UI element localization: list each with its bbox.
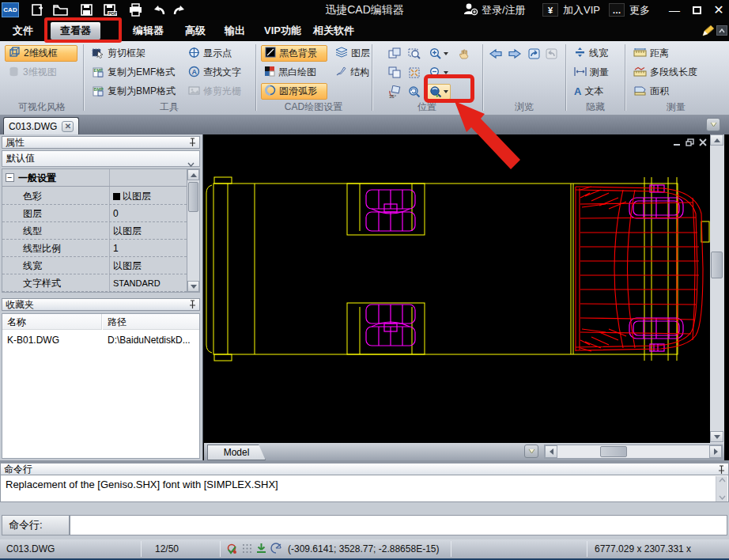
hide-measure-button[interactable]: 测量 [571,64,612,81]
menu-tab-output[interactable]: 输出 [215,22,255,40]
tab-close-icon[interactable]: ✕ [62,121,74,132]
black-white-drawing-button[interactable]: 黑白绘图 [261,64,327,81]
cad-drawing [204,134,710,443]
command-log[interactable]: Replacement of the [Geniso.SHX] font wit… [0,475,729,502]
property-row-lineweight[interactable]: 线宽 以图层 [2,257,187,274]
wireframe-2d-button[interactable]: 2维线框 [5,45,77,62]
property-row-color[interactable]: 色彩 以图层 [2,187,187,205]
rotate-view-icon[interactable]: 35° [386,84,403,100]
snap-icon[interactable] [255,543,267,557]
close-button[interactable]: ✕ [708,0,729,20]
favorite-item-path[interactable]: D:\BaiduNetdiskD... [103,333,199,347]
dropdown-caret[interactable] [444,52,448,55]
show-points-button[interactable]: 显示点 [185,45,235,62]
hide-lineweight-button[interactable]: 线宽 [571,45,611,62]
viewport-close-icon[interactable] [699,138,707,149]
layout-dropdown-button[interactable] [524,445,538,458]
zoom-out-icon[interactable] [427,65,451,81]
maximize-button[interactable] [686,0,707,20]
menu-tab-file[interactable]: 文件 [3,22,43,40]
document-tab[interactable]: C013.DWG ✕ [3,117,79,134]
view-undo-icon[interactable] [525,46,542,62]
property-row-layer[interactable]: 图层 0 [2,205,187,222]
osnap-icon[interactable] [226,543,239,558]
more-button[interactable]: … 更多 [609,0,650,20]
favorites-column-name[interactable]: 名称 [2,314,102,330]
zoom-extents-icon[interactable] [406,65,423,81]
tab-list-dropdown-button[interactable] [706,118,720,131]
zoom-window-icon[interactable] [406,46,423,62]
viewport-restore-icon[interactable] [686,138,694,149]
black-background-button[interactable]: 黑色背景 [261,45,327,62]
model-tab[interactable]: Model [207,445,266,460]
property-row-text-style[interactable]: 文字样式 STANDARD [2,274,187,292]
copy-as-emf-button[interactable]: EMF 复制为EMF格式 [89,64,178,81]
favorite-item-name[interactable]: K-B01.DWG [2,333,102,347]
viewport-minimize-icon[interactable] [673,138,681,149]
minimize-button[interactable]: — [664,0,685,20]
measure-distance-button[interactable]: 距离 [630,45,672,62]
zoom-previous-icon[interactable] [406,84,423,100]
menu-tab-vip[interactable]: VIP功能 [255,22,311,40]
pin-icon[interactable] [188,138,197,149]
pencil-icon[interactable] [701,24,715,40]
new-viewport-icon[interactable] [386,46,403,62]
preset-dropdown[interactable]: 默认值 [2,150,200,167]
join-vip-button[interactable]: ¥ 加入VIP [542,0,600,20]
scroll-thumb[interactable] [711,252,723,278]
forward-arrow-icon[interactable] [506,46,523,62]
hide-text-button[interactable]: A 文本 [571,83,606,100]
scroll-up-button[interactable] [187,169,199,180]
canvas-horizontal-scrollbar[interactable] [544,445,723,459]
clip-frame-button[interactable]: 剪切框架 [89,45,149,62]
property-row-linetype-scale[interactable]: 线型比例 1 [2,240,187,257]
back-arrow-icon[interactable] [487,46,504,62]
smooth-arc-button[interactable]: 圆滑弧形 [261,83,327,100]
find-text-button[interactable]: A 查找文字 [185,64,244,81]
menu-tab-related[interactable]: 相关软件 [304,22,364,40]
scroll-right-button[interactable] [709,445,722,458]
properties-scrollbar[interactable] [187,169,199,292]
ortho-icon[interactable] [270,543,282,557]
scroll-thumb[interactable] [600,446,627,457]
layers-button[interactable]: 图层 [332,45,373,62]
zoom-in-icon[interactable] [427,46,451,62]
dropdown-caret[interactable] [444,71,448,74]
group-label-cad-settings: CAD绘图设置 [257,101,370,112]
view-3d-button[interactable]: 3维视图 [5,64,77,81]
command-log-scrollbar[interactable] [716,476,727,501]
ribbon-collapse-button[interactable] [716,25,727,36]
trim-raster-button[interactable]: 修剪光栅 [185,83,244,100]
structure-button[interactable]: 结构 [332,64,372,81]
property-row-linetype[interactable]: 线型 以图层 [2,222,187,240]
favorites-column-path[interactable]: 路径 [103,314,199,330]
view-redo-icon[interactable] [542,46,560,62]
collapse-minus-icon[interactable]: − [6,173,14,182]
drawing-viewport[interactable] [204,134,710,443]
pin-icon[interactable] [188,300,197,312]
command-input[interactable] [70,515,727,535]
scroll-down-button[interactable] [710,431,723,442]
scroll-up-button[interactable] [710,134,723,146]
scroll-down-icon[interactable] [719,495,726,500]
scroll-left-button[interactable] [545,445,557,458]
property-group-row[interactable]: − 一般设置 [2,169,187,187]
dropdown-caret[interactable] [444,90,448,93]
menu-tab-advanced[interactable]: 高级 [176,22,215,40]
menu-tab-viewer[interactable]: 查看器 [51,22,100,40]
measure-polyline-button[interactable]: 多段线长度 [630,64,701,81]
document-tab-label: C013.DWG [9,121,57,132]
measure-area-button[interactable]: 面积 [630,83,672,100]
group-label-visual-style: 可视化风格 [2,101,82,112]
canvas-vertical-scrollbar[interactable] [710,134,724,443]
pan-icon[interactable] [455,46,473,62]
zoom-all-icon[interactable] [427,84,451,100]
copy-as-bmp-button[interactable]: BMP 复制为BMP格式 [89,83,179,100]
scroll-down-button[interactable] [187,281,199,292]
scroll-up-icon[interactable] [719,478,726,482]
grid-icon[interactable] [241,543,253,557]
scroll-thumb[interactable] [188,182,198,212]
menu-tab-editor[interactable]: 编辑器 [123,22,173,40]
login-button[interactable]: 登录/注册 [463,0,526,20]
viewports-icon[interactable] [386,65,403,81]
